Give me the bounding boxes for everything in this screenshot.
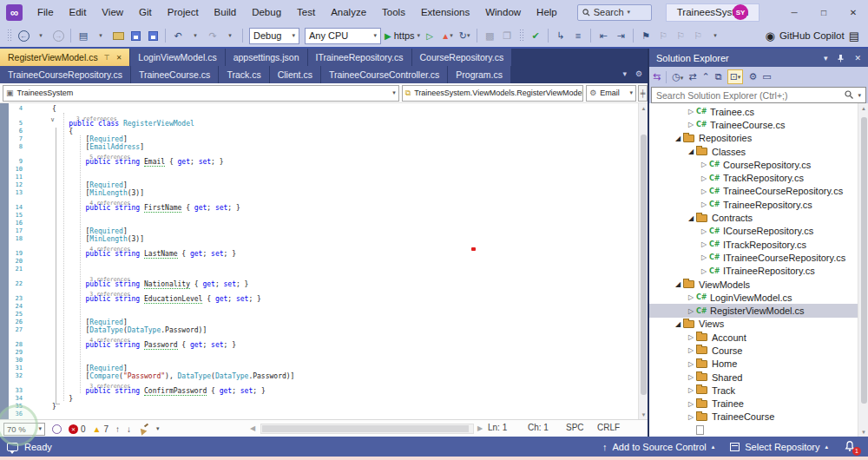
menu-build[interactable]: Build <box>207 0 245 24</box>
bookmark-clear-icon[interactable]: ⚐ <box>690 27 706 44</box>
tree-vertical-scrollbar[interactable]: ▲ ▼ <box>858 103 868 437</box>
solution-configuration-dropdown[interactable]: Debug▾ <box>249 28 299 44</box>
preview-selected-icon[interactable]: ▭ <box>762 71 771 82</box>
start-debugging-button[interactable]: ▶https▾ <box>385 27 420 44</box>
expander-icon[interactable]: ▷ <box>686 293 696 301</box>
step-into-icon[interactable]: ↳ <box>553 27 569 44</box>
tab-settings-gear-icon[interactable]: ⚙ <box>635 69 642 78</box>
expander-icon[interactable]: ◢ <box>686 214 696 222</box>
previous-issue-icon[interactable]: ↑ <box>115 424 120 434</box>
document-tab[interactable]: RegisterViewModel.cs⊤✕ <box>0 49 129 66</box>
select-repository-button[interactable]: Select Repository ▴ <box>730 442 828 452</box>
error-indicator[interactable]: ✕0 <box>69 424 86 434</box>
close-button[interactable]: ✕ <box>838 0 868 24</box>
menu-debug[interactable]: Debug <box>244 0 289 24</box>
pin-icon[interactable] <box>837 54 845 62</box>
tree-item-courserepository-cs[interactable]: ▷C#CourseRepository.cs <box>649 158 868 171</box>
solution-explorer-sync-icon[interactable]: ❐ <box>499 27 515 44</box>
menu-project[interactable]: Project <box>160 0 207 24</box>
start-without-debugging-icon[interactable]: ▷ <box>422 27 437 44</box>
tab-overflow-caret-icon[interactable]: ▾ <box>622 69 627 78</box>
redo-button[interactable]: ↷ <box>205 27 220 44</box>
tree-item-itraineecourserepository-cs[interactable]: ▷C#ITraineeCourseRepository.cs <box>649 251 868 264</box>
document-tab[interactable]: TraineeCourseRepository.cs <box>0 66 130 83</box>
tree-item-repositories[interactable]: ◢Repositories <box>649 132 868 145</box>
pin-tab-icon[interactable]: ⊤ <box>104 54 110 62</box>
feedback-bubble-icon[interactable] <box>7 443 18 451</box>
document-tab[interactable]: CourseRepository.cs <box>412 49 512 66</box>
tree-item-traineecourserepository-cs[interactable]: ▷C#TraineeCourseRepository.cs <box>649 185 868 198</box>
navigate-back-button[interactable]: ← <box>16 27 31 44</box>
undo-button[interactable]: ↶ <box>170 27 186 44</box>
tree-item-track[interactable]: ▷Track <box>649 384 868 397</box>
code-editor[interactable]: ∨ 4{ 3 references5 public class Register… <box>0 103 648 419</box>
tree-item-trackrepository-cs[interactable]: ▷C#TrackRepository.cs <box>649 171 868 184</box>
tree-item-account[interactable]: ▷Account <box>649 331 868 344</box>
scrollbar-thumb[interactable] <box>641 135 647 395</box>
indent-decrease-icon[interactable]: ⇤ <box>595 27 611 44</box>
solution-explorer-search-input[interactable]: Search Solution Explorer (Ctrl+;) ▾ <box>651 87 866 103</box>
spell-check-icon[interactable]: ✔ <box>528 27 543 44</box>
search-options-caret-icon[interactable]: ▾ <box>858 92 861 99</box>
hscrollbar-thumb[interactable] <box>262 425 469 432</box>
comment-icon[interactable]: ≡ <box>570 27 586 44</box>
scroll-down-icon[interactable]: ▼ <box>639 410 648 419</box>
new-item-caret-icon[interactable]: ▾ <box>93 27 108 44</box>
open-folder-icon[interactable] <box>110 27 126 44</box>
close-tab-icon[interactable]: ✕ <box>116 54 122 62</box>
expander-icon[interactable]: ▷ <box>686 386 696 394</box>
next-issue-icon[interactable]: ↓ <box>127 424 131 434</box>
document-tab[interactable]: ITraineeRepository.cs <box>308 49 411 66</box>
bookmark-previous-icon[interactable]: ⚐ <box>655 27 671 44</box>
tree-item-views[interactable]: ◢Views <box>649 318 868 331</box>
document-tab[interactable]: TraineeCourse.cs <box>131 66 218 83</box>
scrollbar-thumb[interactable] <box>861 117 867 404</box>
minimize-button[interactable]: ─ <box>779 0 809 24</box>
expander-icon[interactable]: ◢ <box>673 280 683 288</box>
nested-file-toggle-icon[interactable]: ⊡▾ <box>727 69 744 84</box>
tree-item-icourserepository-cs[interactable]: ▷C#ICourseRepository.cs <box>649 225 868 238</box>
code-cleanup-icon[interactable] <box>138 424 149 435</box>
notifications-button[interactable]: 1 <box>844 440 858 454</box>
expander-icon[interactable]: ▷ <box>686 108 696 115</box>
expander-icon[interactable]: ▷ <box>699 174 709 182</box>
panel-menu-caret-icon[interactable]: ▾ <box>824 54 828 62</box>
scroll-up-icon[interactable]: ▲ <box>639 103 648 113</box>
scroll-down-icon[interactable]: ▼ <box>858 427 868 437</box>
restart-icon[interactable]: ↻▾ <box>457 27 472 44</box>
menu-extensions[interactable]: Extensions <box>413 0 477 24</box>
document-tab[interactable]: appsettings.json <box>226 49 307 66</box>
new-project-icon[interactable]: ▤ <box>76 27 91 44</box>
toolbar-overflow-caret-icon[interactable]: ▾ <box>707 27 723 44</box>
editor-split-handle[interactable]: ╪ <box>638 85 648 102</box>
hot-reload-icon[interactable]: ▲▾ <box>439 27 455 44</box>
document-tab[interactable]: LoginViewModel.cs <box>130 49 224 66</box>
tree-item-viewmodels[interactable]: ◢ViewModels <box>649 278 868 291</box>
tree-item-classes[interactable]: ◢Classes <box>649 145 868 158</box>
menu-edit[interactable]: Edit <box>62 0 95 24</box>
pending-changes-filter-icon[interactable]: ◷▾ <box>672 71 683 82</box>
expander-icon[interactable]: ▷ <box>699 161 709 168</box>
expander-icon[interactable]: ▷ <box>699 267 709 275</box>
solution-explorer-header[interactable]: Solution Explorer ▾ ✕ <box>649 49 868 67</box>
scroll-up-icon[interactable]: ▲ <box>858 103 868 113</box>
collapse-all-icon[interactable]: ⌃ <box>702 71 710 82</box>
switch-views-icon[interactable]: ⇆ <box>653 71 661 82</box>
project-dropdown[interactable]: ▣ TraineesSystem▾ <box>3 85 399 102</box>
code-cleanup-caret-icon[interactable]: ▾ <box>156 425 160 432</box>
menu-help[interactable]: Help <box>529 0 565 24</box>
document-tab[interactable]: Program.cs <box>448 66 510 83</box>
copy-icon[interactable]: ⧉ <box>715 71 722 82</box>
tree-item-itraineerepository-cs[interactable]: ▷C#ITraineeRepository.cs <box>649 265 868 278</box>
expander-icon[interactable]: ▷ <box>699 200 709 208</box>
hscroll-right-icon[interactable]: ▶ <box>477 424 483 432</box>
fold-collapse-icon[interactable]: ∨ <box>50 116 55 123</box>
tree-item-trainee[interactable]: ▷Trainee <box>649 398 868 411</box>
expander-icon[interactable]: ▷ <box>686 307 696 315</box>
save-all-button[interactable] <box>145 27 161 44</box>
tree-item-traineecourse[interactable]: ▷TraineeCourse <box>649 411 868 424</box>
add-to-source-control-button[interactable]: ↑ Add to Source Control ▴ <box>602 442 714 452</box>
document-tab[interactable]: Track.cs <box>219 66 268 83</box>
bookmark-icon[interactable]: ⚑ <box>638 27 654 44</box>
expander-icon[interactable]: ▷ <box>686 400 696 408</box>
